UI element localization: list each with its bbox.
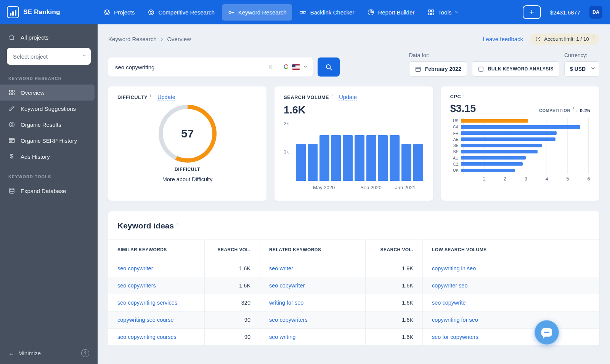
cpc-country-row: CA (450, 125, 589, 129)
target-icon (8, 121, 15, 128)
chevron-down-icon (455, 10, 458, 13)
minimize-button[interactable]: Minimize (8, 350, 41, 357)
search-volume-cell: 1.6K (205, 260, 260, 277)
project-select[interactable]: Select project (7, 48, 91, 65)
date-picker[interactable]: February 2022 (409, 61, 467, 77)
user-avatar[interactable]: DA (589, 6, 602, 19)
keyword-link[interactable]: writing for seo (269, 300, 303, 306)
keyword-link[interactable]: copywriting seo course (117, 317, 174, 323)
sidebar-item-keyword-suggestions[interactable]: Keyword Suggestions (0, 101, 98, 117)
cpc-country-row: SE (450, 143, 589, 148)
nav-tools[interactable]: Tools (422, 4, 463, 21)
chat-widget-button[interactable] (535, 320, 559, 345)
search-volume-cell: 90 (205, 311, 260, 329)
sidebar-item-expand-database[interactable]: Expand Database (0, 183, 98, 199)
chat-bubble-icon (541, 328, 552, 337)
info-icon[interactable] (572, 106, 575, 111)
info-icon (592, 35, 594, 40)
se-ranking-logo-icon (7, 6, 19, 18)
keyword-link[interactable]: seo copywriter (269, 283, 305, 289)
cpc-bar (461, 169, 515, 172)
keyword-link[interactable]: copywriting in seo (432, 265, 476, 271)
x-tick: 1 (483, 176, 485, 182)
keyword-search-input[interactable] (115, 64, 264, 70)
nav-projects[interactable]: Projects (98, 4, 140, 21)
bulk-keyword-analysis-button[interactable]: BULK KEYWORD ANALYSIS (472, 61, 559, 77)
info-icon[interactable] (176, 222, 178, 226)
search-volume-update-link[interactable]: Update (339, 94, 357, 101)
sidebar-item-ads-history[interactable]: Ads History (0, 148, 98, 164)
search-volume-cell: 1.6K (366, 277, 423, 294)
keyword-link[interactable]: seo copywriter (117, 265, 153, 271)
cpc-headline-row: $3.15 COMPETITION 0.25 (450, 99, 590, 115)
sidebar-item-overview[interactable]: Overview (0, 85, 95, 101)
competition-label: COMPETITION (539, 108, 570, 113)
more-about-difficulty-link[interactable]: More about Difficulty (162, 176, 213, 183)
nav-backlink-checker[interactable]: Backlink Checker (294, 4, 360, 21)
cpc-country-row: US (450, 118, 589, 123)
keyword-link[interactable]: copywriting for seo (432, 317, 478, 323)
project-select-value: Select project (13, 53, 48, 60)
keyword-link[interactable]: seo copywrite (432, 300, 466, 306)
keyword-link[interactable]: seo writer (269, 265, 293, 271)
column-header: RELATED KEYWORDS (260, 239, 366, 260)
cpc-country-row: UK (450, 168, 589, 172)
nav-report-builder[interactable]: Report Builder (361, 4, 420, 21)
chevron-down-icon (82, 54, 86, 57)
sidebar-item-label: Organic Results (21, 121, 61, 128)
search-engine-region-picker[interactable]: G (280, 63, 308, 71)
brand[interactable]: SE Ranking (7, 6, 98, 18)
breadcrumb-parent[interactable]: Keyword Research (108, 36, 157, 42)
help-icon[interactable] (81, 349, 89, 357)
nav-keyword-research[interactable]: Keyword Research (222, 4, 292, 21)
keyword-link[interactable]: seo copywriting courses (117, 334, 177, 340)
difficulty-update-link[interactable]: Update (157, 94, 175, 101)
x-tick: 6 (588, 176, 590, 182)
nav-right: $2431.6877 DA (523, 5, 602, 19)
country-label: SE (450, 143, 461, 148)
info-icon[interactable] (331, 93, 333, 98)
x-tick: Jan 2021 (395, 185, 416, 190)
search-button[interactable] (318, 57, 340, 77)
competition-block: COMPETITION 0.25 (539, 108, 590, 113)
country-label: UK (450, 168, 461, 172)
add-button[interactable] (523, 5, 541, 19)
volume-bar (343, 135, 353, 181)
cpc-title: CPC (450, 94, 461, 99)
keyword-ideas-card: Keyword ideas SIMILAR KEYWORDS SEARCH VO… (108, 211, 599, 346)
top-navigation: SE Ranking Projects Competitive Research… (0, 0, 610, 24)
country-label: CA (450, 125, 461, 129)
keyword-link[interactable]: copywriter seo (432, 283, 467, 289)
sidebar-item-organic-results[interactable]: Organic Results (0, 117, 98, 133)
x-tick: Sep 2020 (360, 185, 382, 190)
divider (278, 62, 278, 72)
leave-feedback-link[interactable]: Leave feedback (483, 36, 523, 42)
country-label: AU (450, 156, 461, 160)
cpc-card-header: CPC (450, 94, 590, 99)
clear-search-icon[interactable] (264, 63, 277, 71)
sidebar-item-organic-serp-history[interactable]: Organic SERP History (0, 133, 98, 148)
account-balance[interactable]: $2431.6877 (550, 9, 580, 16)
keyword-link[interactable]: seo for copywriters (432, 334, 478, 340)
search-volume-cell: 1.6K (366, 329, 423, 346)
keyword-link[interactable]: seo writing (269, 334, 295, 340)
plus-icon (529, 8, 534, 16)
account-limit-badge[interactable]: Account limit: 1 / 10 (530, 34, 599, 45)
grid-icon (427, 9, 435, 16)
brand-name: SE Ranking (23, 8, 60, 16)
keyword-link[interactable]: seo copywriters (269, 317, 308, 323)
breadcrumb: Keyword Research Overview (108, 35, 191, 43)
nav-competitive-research[interactable]: Competitive Research (142, 4, 220, 21)
cpc-country-row: CZ (450, 162, 589, 166)
sidebar-item-all-projects[interactable]: All projects (0, 30, 98, 45)
info-icon[interactable] (149, 93, 151, 98)
x-tick: 5 (567, 176, 569, 182)
home-icon (8, 34, 15, 41)
info-icon[interactable] (463, 93, 465, 97)
cpc-bar (461, 162, 523, 166)
keyword-link[interactable]: seo copywriters (117, 283, 156, 289)
x-axis-labels: May 2020 Sep 2020 Jan 2021 (296, 185, 423, 192)
currency-select[interactable]: $ USD (564, 61, 599, 77)
keyword-link[interactable]: seo copywriting services (117, 300, 177, 306)
country-label: AE (450, 137, 461, 142)
